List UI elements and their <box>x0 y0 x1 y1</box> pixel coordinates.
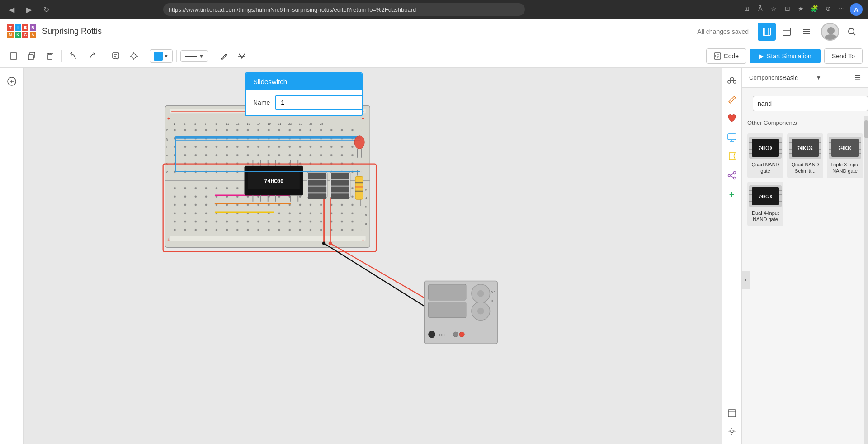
svg-rect-122 <box>163 164 376 252</box>
component-search-input[interactable] <box>753 96 868 111</box>
copy-button[interactable] <box>24 48 40 64</box>
profile-icon[interactable]: 🧩 <box>809 3 820 14</box>
canvas-area[interactable]: Slideswitch Name + <box>24 68 741 444</box>
svg-point-138 <box>329 242 332 245</box>
svg-rect-77 <box>174 129 362 177</box>
window-button[interactable] <box>725 406 739 420</box>
svg-point-23 <box>132 54 136 58</box>
svg-text:1: 1 <box>174 122 175 125</box>
svg-text:15: 15 <box>247 122 250 125</box>
svg-rect-39 <box>165 105 370 247</box>
svg-text:d: d <box>166 161 168 165</box>
svg-text:a: a <box>365 222 367 226</box>
undo-button[interactable] <box>66 48 82 64</box>
forward-button[interactable]: ▶ <box>23 3 35 16</box>
tinkercad-logo[interactable]: T I N K E R C A <box>7 24 37 39</box>
quad-nand-card[interactable]: 74HC00 Quad NAND gate <box>747 133 783 178</box>
svg-text:+: + <box>362 237 365 242</box>
components-filter-select[interactable]: Basic All Favorites <box>783 74 816 81</box>
menu-dots-icon[interactable]: ⋯ <box>836 3 847 14</box>
quad-nand-schmitt-card[interactable]: 74HC132 Quad NAND Schmitt... <box>787 133 823 178</box>
list-view-icon[interactable]: ☰ <box>854 73 861 82</box>
delete-button[interactable] <box>42 48 58 64</box>
svg-rect-15 <box>28 55 33 60</box>
svg-text:74HC00: 74HC00 <box>264 178 283 184</box>
scrollbar-thumb[interactable] <box>864 120 868 138</box>
svg-rect-80 <box>175 137 360 141</box>
svg-rect-20 <box>113 53 119 58</box>
font-icon[interactable]: Ā <box>755 3 766 14</box>
notes-button[interactable] <box>108 48 124 64</box>
svg-text:74HC10: 74HC10 <box>839 146 852 151</box>
browser-chrome: ◀ ▶ ↻ https://www.tinkercad.com/things/h… <box>0 0 868 19</box>
logo-c: C <box>22 32 28 38</box>
popup-header: Slideswitch <box>246 73 362 90</box>
app-header: T I N K E R C A Surprising Rottis All ch… <box>0 19 868 44</box>
back-button[interactable]: ◀ <box>5 3 18 16</box>
edit-button[interactable] <box>725 92 739 107</box>
url-bar[interactable]: https://www.tinkercad.com/things/huhmNrc… <box>163 3 525 16</box>
svg-rect-41 <box>170 236 366 241</box>
triple-nand-card[interactable]: 74HC10 Triple 3-Input NAND gate <box>827 133 863 178</box>
canvas-svg: + + + + h g f e d c <box>24 68 741 444</box>
play-icon: ▶ <box>759 52 764 60</box>
logo-i: I <box>15 24 21 31</box>
components-grid: 74HC00 Quad NAND gate <box>742 130 868 230</box>
dual-4-nand-label: Dual 4-Input NAND gate <box>749 210 782 223</box>
triple-nand-label: Triple 3-Input NAND gate <box>829 161 861 175</box>
code-button[interactable]: Code <box>706 48 746 64</box>
settings-button[interactable] <box>725 424 739 439</box>
redo-button[interactable] <box>84 48 100 64</box>
refresh-button[interactable]: ↻ <box>40 3 52 16</box>
sidebar-collapse-button[interactable]: › <box>742 271 750 289</box>
split-icon[interactable]: ⊡ <box>782 3 793 14</box>
search-button[interactable] <box>843 23 861 41</box>
add-button[interactable]: + <box>725 187 739 202</box>
svg-rect-110 <box>331 180 349 186</box>
line-width-button[interactable]: ▼ <box>180 50 208 62</box>
dual-4-nand-card[interactable]: 74HC28 Dual 4-Input NAND gate <box>747 182 783 227</box>
monitor-button[interactable] <box>725 130 739 145</box>
svg-text:e: e <box>365 188 367 192</box>
svg-text:74HC00: 74HC00 <box>759 146 772 151</box>
svg-text:11: 11 <box>226 122 229 125</box>
svg-point-10 <box>825 34 837 41</box>
browser-user-avatar[interactable]: A <box>850 3 863 16</box>
table-view-button[interactable] <box>797 23 816 41</box>
zoom-fit-button[interactable] <box>4 73 20 90</box>
share-button[interactable] <box>725 168 739 183</box>
heart-button[interactable] <box>725 111 739 126</box>
color-dropdown-arrow: ▼ <box>164 53 169 59</box>
star-icon[interactable]: ☆ <box>769 3 779 14</box>
svg-text:3: 3 <box>184 122 186 125</box>
bookmark-icon[interactable]: ★ <box>796 3 807 14</box>
svg-point-134 <box>453 332 458 337</box>
new-button[interactable] <box>5 48 22 64</box>
sidebar-content: Other Components <box>742 116 868 444</box>
svg-point-9 <box>827 27 835 34</box>
toolbar-separator-3 <box>146 50 146 62</box>
flag-button[interactable] <box>725 149 739 164</box>
logo-k: K <box>15 32 21 38</box>
component-button[interactable] <box>126 48 142 64</box>
svg-point-142 <box>733 80 736 83</box>
send-to-button[interactable]: Send To <box>824 48 863 64</box>
quad-nand-image: 74HC00 <box>749 137 782 159</box>
color-picker-button[interactable]: ▼ <box>150 49 173 63</box>
flip-button[interactable] <box>234 48 250 64</box>
quad-nand-label: Quad NAND gate <box>749 161 782 175</box>
svg-rect-101 <box>248 172 300 189</box>
svg-text:9: 9 <box>215 122 217 125</box>
pen-tool-button[interactable] <box>216 48 232 64</box>
schematic-view-button[interactable] <box>758 23 776 41</box>
start-simulation-button[interactable]: ▶ Start Simulation <box>750 49 821 63</box>
svg-rect-108 <box>330 172 350 197</box>
extensions-icon[interactable]: ⊕ <box>823 3 834 14</box>
svg-rect-126 <box>429 284 466 300</box>
user-avatar[interactable] <box>821 23 839 41</box>
pcb-view-button[interactable] <box>778 23 796 41</box>
component-name-input[interactable] <box>275 95 363 110</box>
windows-icon[interactable]: ⊞ <box>741 3 752 14</box>
svg-text:h: h <box>166 128 168 132</box>
community-button[interactable] <box>725 73 739 88</box>
